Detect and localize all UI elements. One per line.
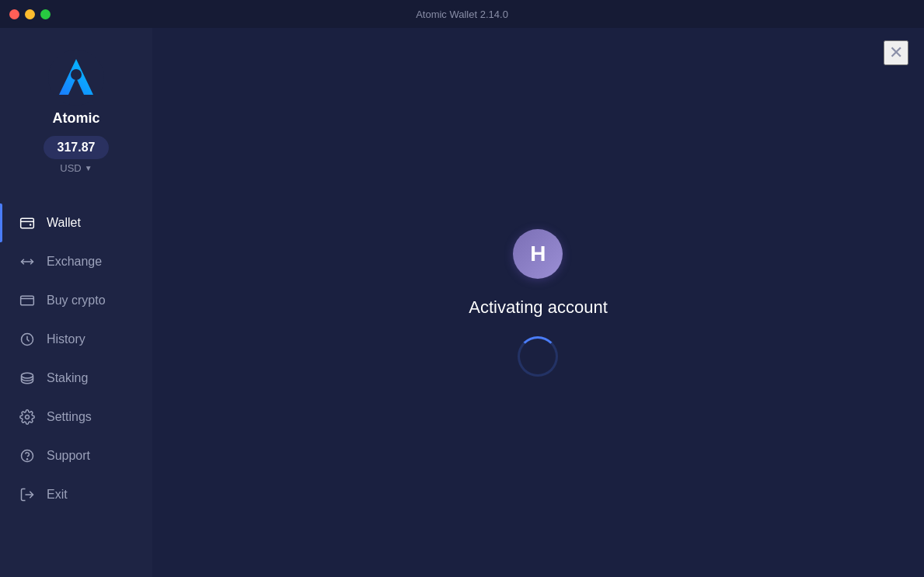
settings-icon: [19, 408, 36, 426]
svg-rect-2: [21, 218, 34, 228]
svg-point-6: [22, 373, 33, 378]
sidebar-label-wallet: Wallet: [47, 216, 81, 230]
exit-icon: [19, 486, 36, 503]
coin-avatar: H: [513, 229, 563, 279]
spinner-animation: [518, 336, 558, 377]
sidebar-item-buy-crypto[interactable]: Buy crypto: [0, 281, 152, 320]
sidebar-item-staking[interactable]: Staking: [0, 359, 152, 398]
sidebar-label-exit: Exit: [47, 488, 68, 502]
loading-spinner: [518, 336, 558, 377]
sidebar-item-settings[interactable]: Settings: [0, 398, 152, 436]
sidebar-label-staking: Staking: [47, 371, 88, 385]
svg-rect-4: [21, 296, 34, 305]
sidebar-label-exchange: Exchange: [47, 255, 102, 269]
window-title: Atomic Wallet 2.14.0: [416, 9, 508, 20]
sidebar-item-wallet[interactable]: Wallet: [0, 203, 152, 242]
svg-point-3: [30, 224, 32, 226]
sidebar-label-support: Support: [47, 449, 90, 463]
sidebar-label-buy-crypto: Buy crypto: [47, 294, 106, 308]
currency-label: USD: [60, 162, 81, 174]
maximize-traffic-light[interactable]: [40, 9, 51, 19]
wallet-icon: [19, 214, 36, 231]
logo-container: Atomic 317.87 USD ▼: [44, 50, 110, 188]
exchange-icon: [19, 253, 36, 270]
sidebar-label-history: History: [47, 332, 85, 346]
svg-point-1: [71, 69, 82, 80]
currency-arrow-icon: ▼: [85, 164, 92, 172]
title-bar: Atomic Wallet 2.14.0: [0, 0, 924, 28]
traffic-lights: [9, 9, 51, 19]
sidebar-item-history[interactable]: History: [0, 320, 152, 359]
minimize-traffic-light[interactable]: [25, 9, 35, 19]
sidebar-item-support[interactable]: Support: [0, 436, 152, 475]
currency-selector[interactable]: USD ▼: [60, 162, 92, 174]
app-name: Atomic: [52, 110, 99, 127]
sidebar: Atomic 317.87 USD ▼ Wallet Exchange: [0, 28, 152, 577]
main-content: ✕ H Activating account: [152, 28, 924, 577]
support-icon: [19, 447, 36, 464]
atomic-logo-icon: [48, 50, 104, 106]
sidebar-label-settings: Settings: [47, 410, 92, 424]
sidebar-item-exit[interactable]: Exit: [0, 475, 152, 514]
app-body: Atomic 317.87 USD ▼ Wallet Exchange: [0, 28, 924, 577]
history-icon: [19, 331, 36, 348]
nav-menu: Wallet Exchange Buy crypto: [0, 203, 152, 514]
svg-point-7: [26, 415, 30, 419]
activation-title: Activating account: [469, 297, 608, 318]
staking-icon: [19, 370, 36, 387]
balance-amount: 317.87: [44, 136, 110, 159]
close-traffic-light[interactable]: [9, 9, 19, 19]
buy-crypto-icon: [19, 292, 36, 309]
activation-panel: H Activating account: [469, 229, 608, 377]
close-button[interactable]: ✕: [884, 40, 908, 65]
sidebar-item-exchange[interactable]: Exchange: [0, 242, 152, 281]
